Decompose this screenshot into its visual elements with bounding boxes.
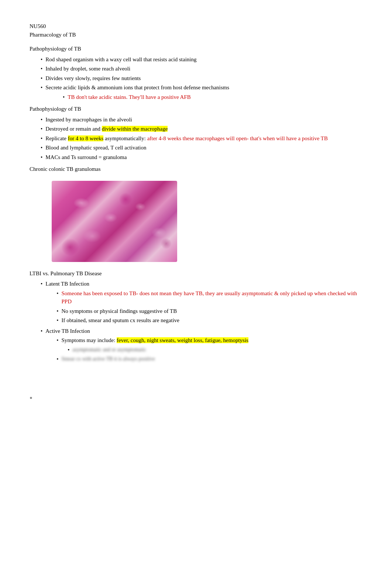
bullet-icon: • [56, 316, 58, 325]
bullet-icon: • [41, 153, 42, 162]
blurred-sub-bullets: • asymptomatic and or asymptomatic [56, 346, 362, 354]
bullet-icon: • [56, 355, 58, 363]
bullet-text: Inhaled by droplet, some reach alveoli [45, 65, 362, 73]
latent-sub-text-1: Someone has been exposed to TB- does not… [62, 289, 362, 306]
latent-sub-list: • Someone has been exposed to TB- does n… [45, 289, 362, 325]
bullet-text: MACs and Ts surround = granuloma [45, 153, 362, 162]
section-title-chronic: Chronic colonic TB granulomas [30, 165, 362, 173]
bullets-group-2: • Ingested by macrophages in the alveoli… [30, 115, 362, 162]
highlight-span: divide within the macrophage [102, 126, 168, 132]
list-item: • If obtained, smear and sputum cx resul… [56, 316, 362, 325]
list-item: • Replicate for 4 to 8 weeks asymptomati… [41, 134, 362, 143]
list-item: • Destroyed or remain and divide within … [41, 125, 362, 133]
bullet-text-red: TB don't take acidic stains. They'll hav… [68, 93, 362, 101]
bullet-text-mixed: Replicate for 4 to 8 weeks asymptomatica… [45, 134, 362, 143]
list-item-blurred: • asymptomatic and or asymptomatic [68, 346, 362, 354]
doc-header: NU560 Pharmacology of TB [30, 22, 362, 39]
list-item: • Someone has been exposed to TB- does n… [56, 289, 362, 306]
list-item-blurred-2: • Smear cx with active TB it is always p… [56, 355, 362, 363]
bullet-text: Secrete acidic lipids & ammonium ions th… [45, 83, 362, 92]
highlight-weeks: for 4 to 8 weeks [68, 135, 104, 141]
course-code: NU560 [30, 22, 362, 31]
bullet-text: Divides very slowly, requires few nutrie… [45, 74, 362, 83]
list-item: • No symptoms or physical findings sugge… [56, 307, 362, 315]
blurred-text-1: asymptomatic and or asymptomatic [73, 346, 362, 353]
bullet-icon: • [63, 93, 65, 101]
list-item: • Rod shaped organism with a waxy cell w… [41, 55, 362, 64]
bullet-text: Rod shaped organism with a waxy cell wal… [45, 55, 362, 64]
active-sub-list: • Symptoms may include: fever, cough, ni… [45, 336, 362, 363]
bullets-group-1: • Rod shaped organism with a waxy cell w… [30, 55, 362, 101]
bullet-icon: • [41, 74, 42, 83]
latent-sub-text-3: If obtained, smear and sputum cx results… [62, 316, 362, 325]
active-sub-text-1: Symptoms may include: fever, cough, nigh… [62, 336, 362, 345]
text-red-span: after 4-8 weeks these macrophages will o… [147, 135, 328, 141]
list-item-active: • Active TB Infection • Symptoms may inc… [41, 327, 362, 365]
active-label: Active TB Infection • Symptoms may inclu… [45, 327, 362, 365]
bullet-icon: • [41, 134, 42, 143]
sub-bullet-group: • TB don't take acidic stains. They'll h… [41, 93, 362, 101]
section-chronic: Chronic colonic TB granulomas [30, 165, 362, 173]
latent-label: Latent TB Infection • Someone has been e… [45, 280, 362, 326]
bullet-text: Ingested by macrophages in the alveoli [45, 115, 362, 124]
list-item-latent: • Latent TB Infection • Someone has been… [41, 280, 362, 326]
section-ltbi: LTBI vs. Pulmonary TB Disease • Latent T… [30, 269, 362, 365]
list-item: • Divides very slowly, requires few nutr… [41, 74, 362, 83]
bullet-text-mixed: Destroyed or remain and divide within th… [45, 125, 362, 133]
bullet-icon: • [41, 280, 42, 288]
bullet-icon: • [41, 144, 42, 152]
latent-sub-text-2: No symptoms or physical findings suggest… [62, 307, 362, 315]
ltbi-main-list: • Latent TB Infection • Someone has been… [30, 280, 362, 365]
bullet-icon: • [41, 115, 42, 124]
document-body: NU560 Pharmacology of TB Pathophysiology… [30, 22, 362, 401]
section-title-1: Pathophysiology of TB [30, 45, 362, 53]
bullet-icon: • [41, 65, 42, 73]
bullet-icon: • [41, 125, 42, 133]
section-title-2: Pathophysiology of TB [30, 105, 362, 113]
bullet-icon: • [68, 346, 69, 354]
list-item: • Secrete acidic lipids & ammonium ions … [41, 83, 362, 92]
highlight-symptoms: fever, cough, night sweats, weight loss,… [117, 337, 248, 343]
page-indicator: ● [30, 395, 32, 400]
bullet-text: Blood and lymphatic spread, T cell activ… [45, 144, 362, 152]
section-pathophysiology-2: Pathophysiology of TB • Ingested by macr… [30, 105, 362, 161]
list-item: • Symptoms may include: fever, cough, ni… [56, 336, 362, 345]
bullet-icon: • [41, 55, 42, 64]
list-item: • Inhaled by droplet, some reach alveoli [41, 65, 362, 73]
doc-title: Pharmacology of TB [30, 31, 362, 39]
page-number-area: ● [30, 394, 362, 401]
list-item: • TB don't take acidic stains. They'll h… [63, 93, 362, 101]
bullet-icon: • [56, 307, 58, 315]
list-item: • Ingested by macrophages in the alveoli [41, 115, 362, 124]
bullet-icon: • [56, 336, 58, 345]
section-pathophysiology-1: Pathophysiology of TB • Rod shaped organ… [30, 45, 362, 101]
bullet-icon: • [41, 83, 42, 92]
histology-image [52, 181, 177, 262]
bullet-icon: • [41, 327, 42, 335]
list-item: • MACs and Ts surround = granuloma [41, 153, 362, 162]
bullet-icon: • [56, 289, 58, 298]
section-title-ltbi: LTBI vs. Pulmonary TB Disease [30, 269, 362, 278]
list-item: • Blood and lymphatic spread, T cell act… [41, 144, 362, 152]
blurred-text-2: Smear cx with active TB it is always pos… [62, 355, 362, 363]
